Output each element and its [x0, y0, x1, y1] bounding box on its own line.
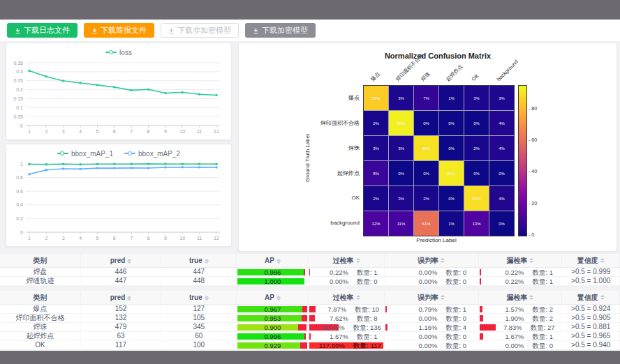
confusion-matrix-grid: 85%3%7%1%3%3%2%93%0%0%0%4%3%3%90%0%2%4%8… [363, 85, 515, 236]
download-toolbar: 下载日志文件下载简报文件下载非加密模型下载加密模型 [0, 20, 620, 41]
miss-rate-cell: 0.00%数量: 0 [478, 341, 562, 350]
svg-text:5: 5 [96, 129, 99, 134]
download-button-label: 下载非加密模型 [177, 25, 231, 36]
svg-text:11: 11 [197, 236, 202, 241]
svg-text:8: 8 [147, 129, 150, 134]
matrix-cell: 3% [364, 136, 388, 160]
table-row[interactable]: OK1171000.929117.00%数量: 1170.00%数量: 00.0… [0, 341, 620, 350]
true-cell: 100 [161, 341, 237, 350]
class-cell: 起焊炸点 [0, 332, 80, 341]
sort-caret-icon[interactable] [276, 296, 281, 301]
download-button-label: 下载简报文件 [101, 25, 147, 36]
svg-text:1: 1 [28, 236, 31, 241]
svg-text:0.4: 0.4 [16, 202, 23, 207]
true-cell: 127 [161, 305, 237, 314]
svg-text:0.1: 0.1 [16, 105, 23, 110]
pred-cell: 446 [80, 268, 161, 277]
colorbar [518, 85, 527, 236]
svg-text:6: 6 [113, 236, 116, 241]
matrix-cell: 13% [464, 211, 489, 236]
column-header-pred[interactable]: pred [80, 291, 161, 305]
ap-cell: 0.996 [237, 332, 309, 341]
prediction-label-axis: Prediction Label [363, 237, 510, 243]
table-row[interactable]: 爆点1521270.9677.87%数量: 100.79%数量: 11.57%数… [0, 305, 620, 314]
pred-cell: 132 [80, 314, 161, 323]
matrix-col-label: OK [471, 73, 480, 82]
sort-caret-icon[interactable] [356, 258, 360, 263]
svg-text:3: 3 [62, 129, 65, 134]
svg-text:5: 5 [96, 236, 99, 241]
table-row[interactable]: 焊盘4464470.9860.22%数量: 10.00%数量: 00.22%数量… [0, 268, 620, 277]
sort-caret-icon[interactable] [600, 258, 605, 263]
matrix-cell: 2% [464, 136, 489, 160]
metrics-tables: 类别predtrueAP过检率误判率漏检率置信度焊盘4464470.9860.2… [0, 254, 620, 350]
miss-rate-cell: 1.57%数量: 2 [478, 305, 562, 314]
svg-text:12: 12 [214, 129, 219, 134]
sort-caret-icon[interactable] [600, 295, 605, 300]
sort-caret-icon[interactable] [356, 295, 360, 300]
sort-caret-icon[interactable] [205, 296, 209, 301]
column-header-mis[interactable]: 误判率 [384, 291, 478, 305]
column-header-over[interactable]: 过检率 [309, 254, 384, 268]
column-header-ap[interactable]: AP [237, 254, 309, 268]
matrix-cell: 85% [364, 86, 388, 110]
table-row[interactable]: 起焊炸点63600.9961.67%数量: 10.00%数量: 01.67%数量… [0, 332, 620, 341]
column-header-miss[interactable]: 漏检率 [478, 254, 562, 268]
sort-caret-icon[interactable] [276, 259, 281, 264]
column-header-mis[interactable]: 误判率 [384, 254, 478, 268]
matrix-cell: 3% [389, 86, 413, 110]
matrix-cell: 0% [489, 211, 514, 236]
table-divider [0, 286, 620, 291]
misjudge-rate-cell: 0.00%数量: 0 [384, 341, 478, 350]
colorbar-tick: - 80 [529, 106, 537, 111]
column-header-pred[interactable]: pred [80, 254, 161, 268]
table-row[interactable]: 焊印面积不合格1321050.9537.62%数量: 80.00%数量: 01.… [0, 314, 620, 323]
map-chart: 00.20.40.60.81123456789101112 [6, 160, 228, 243]
sort-caret-icon[interactable] [529, 295, 533, 300]
true-cell: 345 [161, 323, 237, 332]
matrix-cell: 0% [414, 111, 438, 135]
download-button-0[interactable]: 下载日志文件 [7, 23, 78, 38]
download-button-1[interactable]: 下载简报文件 [84, 23, 154, 38]
column-header-over[interactable]: 过检率 [309, 291, 384, 305]
sort-caret-icon[interactable] [127, 296, 131, 301]
sort-caret-icon[interactable] [127, 259, 131, 264]
legend-line-icon [105, 52, 117, 53]
column-header-true[interactable]: true [161, 254, 237, 268]
matrix-col-label: 起焊炸点 [445, 63, 464, 83]
matrix-cell: 2% [364, 111, 388, 135]
true-cell: 448 [161, 277, 237, 286]
svg-text:1: 1 [28, 129, 31, 134]
sort-caret-icon[interactable] [441, 258, 445, 263]
miss-rate-cell: 0.22%数量: 1 [478, 268, 562, 277]
ap-cell: 0.967 [237, 305, 309, 314]
column-header-ap[interactable]: AP [237, 291, 309, 305]
matrix-cell: 61% [414, 211, 438, 236]
column-header-conf[interactable]: 置信度 [562, 291, 620, 305]
matrix-cell: 3% [464, 86, 489, 110]
column-header-true[interactable]: true [161, 291, 237, 305]
legend-item-loss[interactable]: loss [105, 49, 132, 56]
confidence-cell: >0.5 = 0.924 [562, 305, 620, 314]
table-row[interactable]: 焊缝轨迹4474481.0000.00%数量: 00.00%数量: 00.22%… [0, 277, 620, 286]
misjudge-rate-cell: 1.16%数量: 4 [384, 323, 478, 332]
misjudge-rate-cell: 0.00%数量: 0 [384, 277, 478, 286]
column-header-conf[interactable]: 置信度 [562, 254, 620, 268]
matrix-cell: 0% [464, 111, 489, 135]
over-rate-cell: 39.42%数量: 136 [309, 323, 384, 332]
legend-label: bbox_mAP_2 [138, 150, 180, 158]
table-row[interactable]: 焊珠4793450.90039.42%数量: 1361.16%数量: 47.83… [0, 323, 620, 332]
pred-cell: 63 [80, 332, 161, 341]
download-button-3[interactable]: 下载加密模型 [245, 23, 316, 38]
pred-cell: 117 [80, 341, 161, 350]
svg-text:7: 7 [130, 129, 133, 134]
sort-caret-icon[interactable] [529, 258, 533, 263]
sort-caret-icon[interactable] [205, 259, 209, 264]
sort-caret-icon[interactable] [441, 295, 445, 300]
column-header-miss[interactable]: 漏检率 [478, 291, 562, 305]
legend-item-bbox_mAP_2[interactable]: bbox_mAP_2 [124, 150, 180, 158]
legend-item-bbox_mAP_1[interactable]: bbox_mAP_1 [57, 150, 113, 158]
matrix-cell: 0% [439, 186, 464, 211]
matrix-cell: 3% [489, 86, 514, 110]
download-button-2[interactable]: 下载非加密模型 [161, 23, 239, 38]
